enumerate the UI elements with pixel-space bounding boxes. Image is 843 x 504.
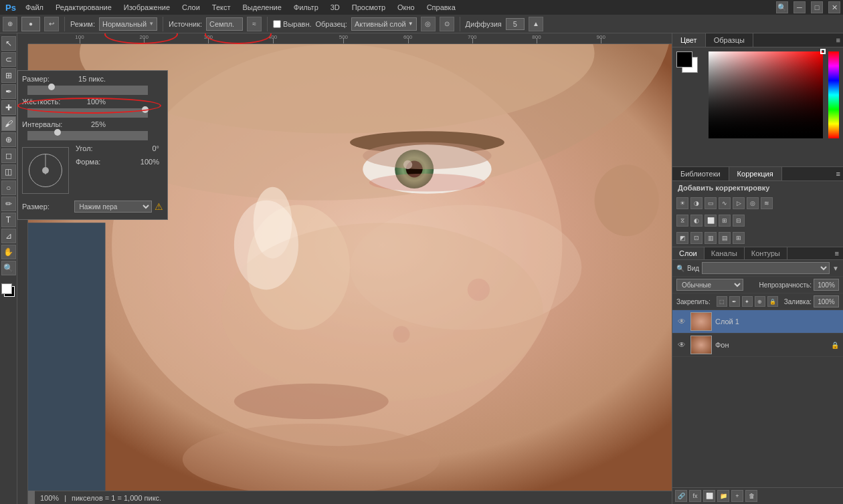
maximize-button[interactable]: □ (811, 1, 823, 13)
view-dropdown[interactable] (702, 262, 830, 274)
hardness-slider[interactable] (27, 108, 148, 118)
layers-filter-icon[interactable]: ▼ (832, 265, 839, 272)
tool-brush[interactable]: 🖌 (1, 116, 16, 131)
search-icon[interactable]: 🔍 (776, 1, 788, 13)
diffusion-input[interactable] (506, 18, 525, 30)
brush-size-icon[interactable]: ● (21, 17, 40, 31)
layer-visibility-1[interactable]: 👁 (676, 340, 687, 350)
layer-item-0[interactable]: 👁 Слой 1 (672, 310, 843, 334)
panel-menu-icon[interactable]: ≡ (834, 33, 843, 47)
threshold-icon[interactable]: ▥ (705, 232, 717, 244)
spacing-slider-thumb[interactable] (54, 129, 61, 136)
tool-pen[interactable]: ✏ (1, 197, 16, 211)
source-dropdown[interactable]: Семпл. (206, 17, 243, 31)
levels-icon[interactable]: ▭ (705, 197, 717, 209)
hardness-slider-thumb[interactable] (142, 106, 149, 113)
lock-position-btn[interactable]: ✦ (742, 296, 753, 307)
menu-view[interactable]: Просмотр (347, 2, 391, 13)
invert-icon[interactable]: ◩ (676, 232, 688, 244)
tool-lasso[interactable]: ⊂ (1, 52, 16, 67)
tab-layers[interactable]: Слои (672, 247, 705, 259)
tab-correction[interactable]: Коррекция (729, 167, 782, 180)
blur-icon[interactable]: ≈ (247, 17, 262, 31)
layer-link-btn[interactable]: 🔗 (675, 490, 687, 502)
preset-select[interactable]: Нажим пера (74, 201, 153, 213)
menu-text[interactable]: Текст (207, 2, 236, 13)
layer-style-btn[interactable]: fx (689, 490, 701, 502)
lock-artboard-btn[interactable]: ⊕ (755, 296, 765, 307)
menu-layers[interactable]: Слои (177, 2, 205, 13)
menu-help[interactable]: Справка (421, 2, 461, 13)
layer-delete-btn[interactable]: 🗑 (745, 490, 757, 502)
fg-bg-colors[interactable] (676, 51, 703, 78)
lock-pixels-btn[interactable]: ⬚ (717, 296, 727, 307)
colorbalance-icon[interactable]: ⧖ (676, 215, 688, 227)
menu-3d[interactable]: 3D (325, 2, 345, 13)
tool-select[interactable]: ↖ (1, 36, 16, 51)
menu-select[interactable]: Выделение (238, 2, 287, 13)
aligned-checkbox[interactable] (273, 20, 281, 28)
tool-clone[interactable]: ⊕ (1, 132, 16, 147)
photofilter-icon[interactable]: ⬜ (705, 215, 717, 227)
tool-dodge[interactable]: ○ (1, 180, 16, 195)
tab-libraries[interactable]: Библиотеки (672, 167, 729, 180)
layers-menu-icon[interactable]: ≡ (831, 247, 843, 259)
menu-image[interactable]: Изображение (118, 2, 175, 13)
collorlookup-icon[interactable]: ⊟ (733, 215, 745, 227)
menu-filter[interactable]: Фильтр (288, 2, 324, 13)
color-selector[interactable] (820, 49, 826, 54)
brightness-icon[interactable]: ☀ (676, 197, 688, 209)
channelmix-icon[interactable]: ⊞ (719, 215, 731, 227)
tool-gradient[interactable]: ◫ (1, 164, 16, 179)
lock-paint-btn[interactable]: ✒ (729, 296, 740, 307)
selectivecolor-icon[interactable]: ⊞ (733, 232, 745, 244)
bw-icon[interactable]: ◐ (690, 215, 702, 227)
exposure-icon[interactable]: ▷ (733, 197, 745, 209)
tab-color[interactable]: Цвет (672, 33, 706, 47)
tool-crop[interactable]: ⊞ (1, 68, 16, 83)
menu-window[interactable]: Окно (392, 2, 420, 13)
menu-edit[interactable]: Редактирование (50, 2, 117, 13)
size-slider-thumb[interactable] (48, 84, 55, 90)
layer-visibility-0[interactable]: 👁 (676, 316, 687, 327)
posterize-icon[interactable]: ⊡ (690, 232, 702, 244)
clone-icon[interactable]: ⊙ (440, 17, 454, 31)
layer-mask-btn[interactable]: ⬜ (703, 490, 715, 502)
tool-eyedropper[interactable]: ✒ (1, 84, 16, 99)
canvas-area[interactable]: 100 200 300 400 500 600 700 800 900 (17, 33, 672, 504)
menu-file[interactable]: Файл (20, 2, 49, 13)
color-gradient-area[interactable] (709, 51, 823, 150)
layer-item-1[interactable]: 👁 Фон 🔒 (672, 334, 843, 357)
close-button[interactable]: ✕ (828, 1, 840, 13)
diffusion-arrow[interactable]: ▲ (529, 17, 543, 31)
correction-menu-icon[interactable]: ≡ (834, 167, 843, 180)
history-icon[interactable]: ↩ (44, 17, 59, 31)
gradient-map-icon[interactable]: ▤ (719, 232, 731, 244)
tool-zoom[interactable]: 🔍 (1, 261, 16, 275)
spacing-slider[interactable] (27, 131, 148, 140)
color-gradient[interactable] (709, 51, 823, 138)
tool-path[interactable]: ⊿ (1, 229, 16, 243)
tab-swatches[interactable]: Образцы (706, 33, 753, 47)
tab-channels[interactable]: Каналы (705, 247, 745, 259)
lock-all-btn[interactable]: 🔒 (767, 296, 778, 307)
mode-dropdown[interactable]: Нормальный ▼ (99, 17, 157, 31)
hue-strip[interactable] (828, 51, 839, 138)
minimize-button[interactable]: ─ (793, 1, 806, 13)
tab-paths[interactable]: Контуры (745, 247, 787, 259)
sample-icon[interactable]: ◎ (421, 17, 436, 31)
color-swatches[interactable] (1, 283, 16, 298)
layer-new-btn[interactable]: + (731, 490, 743, 502)
tool-text[interactable]: T (1, 213, 16, 227)
tool-icon[interactable]: ⊕ (3, 17, 17, 31)
fill-input[interactable] (814, 295, 839, 307)
layer-group-btn[interactable]: 📁 (717, 490, 729, 502)
tool-eraser[interactable]: ◻ (1, 148, 16, 163)
foreground-color[interactable] (676, 51, 692, 68)
hsl-icon[interactable]: ≋ (761, 197, 773, 209)
sample-dropdown[interactable]: Активный слой ▼ (351, 17, 417, 31)
tool-hand[interactable]: ✋ (1, 245, 16, 259)
curves-icon[interactable]: ∿ (719, 197, 731, 209)
blend-mode-dropdown[interactable]: Обычные (676, 279, 743, 291)
tool-heal[interactable]: ✚ (1, 100, 16, 115)
